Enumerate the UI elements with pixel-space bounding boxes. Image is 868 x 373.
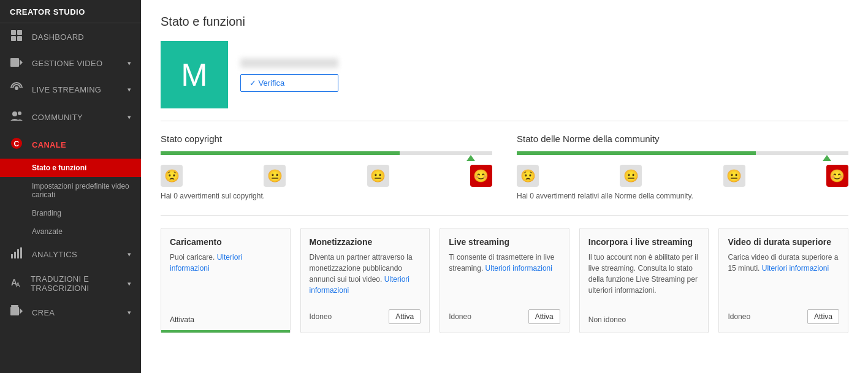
chevron-down-icon: ▾ xyxy=(128,280,131,288)
sidebar-item-live-streaming[interactable]: LIVE STREAMING ▾ xyxy=(0,76,141,104)
svg-text:C: C xyxy=(14,140,20,148)
copyright-bar-container xyxy=(161,151,492,155)
community-status-block: Stato delle Norme della community 😟 😐 😐 … xyxy=(517,134,848,200)
sidebar-item-canale[interactable]: C CANALE xyxy=(0,131,141,159)
card-live-streaming-footer: Idoneo Attiva xyxy=(449,304,560,324)
card-incorpora-status: Non idoneo xyxy=(588,315,626,324)
avatar: M xyxy=(161,41,228,108)
analytics-icon xyxy=(10,247,23,262)
card-monetizzazione-status: Idoneo xyxy=(310,312,332,321)
card-live-streaming-status: Idoneo xyxy=(449,312,471,321)
copyright-pointer xyxy=(466,155,475,161)
feature-cards-row: Caricamento Puoi caricare. Ulteriori inf… xyxy=(161,228,848,333)
card-monetizzazione-title: Monetizzazione xyxy=(310,237,421,247)
divider-2 xyxy=(161,215,848,216)
sidebar-item-gestione-video[interactable]: GESTIONE VIDEO ▾ xyxy=(0,51,141,76)
card-caricamento-link[interactable]: Ulteriori informazioni xyxy=(170,253,242,273)
copyright-faces: 😟 😐 😐 😊 xyxy=(161,165,492,187)
sidebar-subitem-branding[interactable]: Branding xyxy=(0,204,141,222)
page-title: Stato e funzioni xyxy=(161,15,848,29)
face-1: 😟 xyxy=(161,165,183,187)
face-3: 😐 xyxy=(367,165,389,187)
sidebar-item-label: TRADUZIONI E TRASCRIZIONI xyxy=(31,274,128,293)
divider-1 xyxy=(161,121,848,121)
svg-text:a: a xyxy=(16,282,20,288)
chevron-down-icon: ▾ xyxy=(128,309,131,317)
copyright-status-block: Stato copyright 😟 😐 😐 😊 Hai 0 avvertimen… xyxy=(161,134,492,200)
sidebar-item-label: CANALE xyxy=(32,140,66,149)
community-status-text: Hai 0 avvertimenti relativi alle Norme d… xyxy=(517,192,848,200)
sidebar-item-label: COMMUNITY xyxy=(32,113,83,122)
sidebar-item-community[interactable]: COMMUNITY ▾ xyxy=(0,104,141,131)
svg-rect-3 xyxy=(17,36,22,41)
card-live-streaming-activate[interactable]: Attiva xyxy=(528,309,560,324)
community-norme-title: Stato delle Norme della community xyxy=(517,134,848,144)
svg-rect-12 xyxy=(14,252,16,258)
card-video-durata-title: Video di durata superiore xyxy=(728,237,839,247)
card-caricamento-green-bar xyxy=(161,330,290,333)
c-face-4-active: 😊 xyxy=(826,165,848,187)
sidebar-item-label: ANALYTICS xyxy=(32,250,77,259)
card-video-durata-desc: Carica video di durata superiore a 15 mi… xyxy=(728,252,839,296)
sidebar: CREATOR STUDIO DASHBOARD GESTIONE VIDEO … xyxy=(0,0,141,373)
card-caricamento-status: Attivata xyxy=(170,315,194,324)
face-4-active: 😊 xyxy=(470,165,492,187)
chevron-down-icon: ▾ xyxy=(128,113,131,121)
sidebar-item-label: DASHBOARD xyxy=(32,32,84,42)
traduzioni-icon: A a xyxy=(10,276,22,292)
card-video-durata: Video di durata superiore Carica video d… xyxy=(718,228,848,333)
community-pointer xyxy=(823,155,831,161)
sidebar-item-label: LIVE STREAMING xyxy=(32,85,101,94)
sidebar-subitem-stato-funzioni[interactable]: Stato e funzioni xyxy=(0,159,141,177)
card-live-streaming-title: Live streaming xyxy=(449,237,560,247)
sidebar-item-crea[interactable]: CREA ▾ xyxy=(0,299,141,326)
c-face-1: 😟 xyxy=(517,165,539,187)
card-monetizzazione-activate[interactable]: Attiva xyxy=(389,309,421,324)
community-bar-container xyxy=(517,151,848,155)
community-faces: 😟 😐 😐 😊 xyxy=(517,165,848,187)
chevron-down-icon: ▾ xyxy=(128,59,131,67)
card-monetizzazione-footer: Idoneo Attiva xyxy=(310,304,421,324)
copyright-title: Stato copyright xyxy=(161,134,492,144)
community-icon xyxy=(10,110,23,125)
profile-section: M ✓ Verifica xyxy=(161,41,848,108)
svg-rect-19 xyxy=(11,305,18,307)
sidebar-item-analytics[interactable]: ANALYTICS ▾ xyxy=(0,241,141,268)
card-video-durata-activate[interactable]: Attiva xyxy=(807,309,839,324)
profile-name xyxy=(240,58,338,68)
card-caricamento-footer: Attivata xyxy=(170,311,281,324)
chevron-down-icon: ▾ xyxy=(128,86,131,94)
svg-rect-1 xyxy=(17,30,22,35)
canale-icon: C xyxy=(10,137,23,153)
svg-rect-4 xyxy=(10,58,19,67)
sidebar-item-label: CREA xyxy=(32,308,55,317)
copyright-track xyxy=(161,151,492,155)
card-incorpora-live: Incorpora i live streaming Il tuo accoun… xyxy=(579,228,709,333)
card-live-streaming: Live streaming Ti consente di trasmetter… xyxy=(440,228,569,333)
sidebar-item-label: GESTIONE VIDEO xyxy=(32,59,102,68)
card-video-durata-link[interactable]: Ulteriori informazioni xyxy=(762,264,829,273)
sidebar-header: CREATOR STUDIO xyxy=(0,0,141,23)
svg-rect-0 xyxy=(11,30,16,35)
svg-marker-18 xyxy=(20,308,23,314)
svg-marker-5 xyxy=(20,59,23,66)
verify-button[interactable]: ✓ Verifica xyxy=(240,74,338,92)
svg-rect-13 xyxy=(17,249,19,258)
sidebar-item-traduzioni[interactable]: A a TRADUZIONI E TRASCRIZIONI ▾ xyxy=(0,268,141,299)
sidebar-subitem-impostazioni[interactable]: Impostazioni predefinite video caricati xyxy=(0,177,141,204)
copyright-fill xyxy=(161,151,400,155)
svg-rect-2 xyxy=(11,36,16,41)
svg-point-7 xyxy=(12,111,17,116)
copyright-meter: 😟 😐 😐 😊 xyxy=(161,151,492,187)
chevron-down-icon: ▾ xyxy=(128,251,131,258)
svg-rect-11 xyxy=(11,254,13,258)
card-monetizzazione-desc: Diventa un partner attraverso la monetiz… xyxy=(310,252,421,296)
community-fill xyxy=(517,151,756,155)
sidebar-subitem-avanzate[interactable]: Avanzate xyxy=(0,222,141,241)
community-track xyxy=(517,151,848,155)
dashboard-icon xyxy=(10,29,23,45)
sidebar-item-dashboard[interactable]: DASHBOARD xyxy=(0,23,141,51)
card-monetizzazione-link[interactable]: Ulteriori informazioni xyxy=(310,275,409,295)
card-incorpora-title: Incorpora i live streaming xyxy=(588,237,700,247)
card-live-streaming-link[interactable]: Ulteriori informazioni xyxy=(485,264,552,273)
